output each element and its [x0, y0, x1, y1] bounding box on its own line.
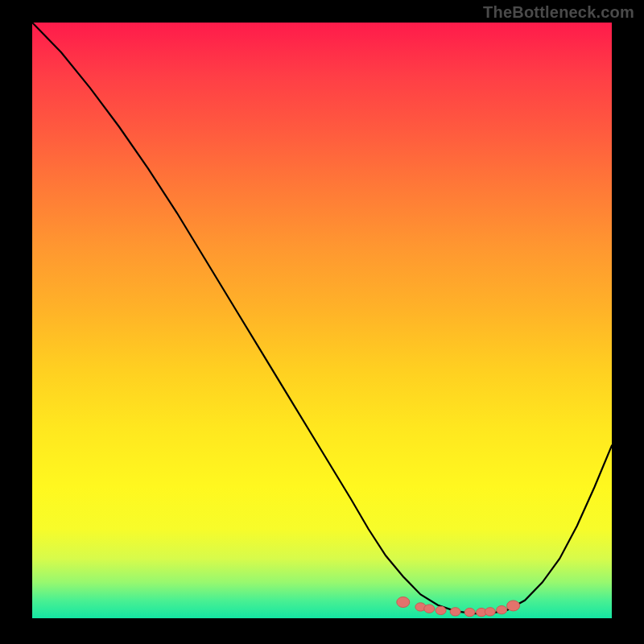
marker-dot — [424, 605, 435, 613]
watermark-text: TheBottleneck.com — [483, 3, 634, 22]
marker-dot — [497, 605, 507, 613]
optimal-region-markers — [397, 597, 520, 617]
marker-dot — [436, 606, 446, 614]
marker-dot — [397, 597, 410, 608]
bottleneck-curve — [32, 23, 612, 613]
marker-dot — [464, 608, 475, 616]
marker-dot — [507, 601, 520, 611]
marker-dot — [485, 608, 495, 616]
chart-svg — [32, 23, 612, 618]
plot-area — [32, 23, 612, 618]
marker-dot — [450, 608, 460, 616]
chart-frame: TheBottleneck.com — [0, 0, 644, 644]
